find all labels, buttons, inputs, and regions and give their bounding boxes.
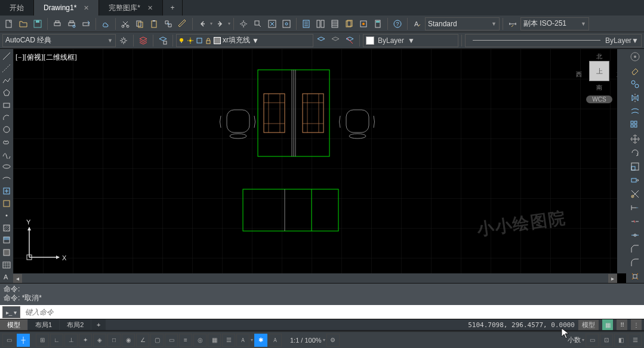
extend-icon[interactable] [628, 201, 642, 214]
rectangle-icon[interactable] [1, 99, 13, 111]
tab-start[interactable]: 开始 [0, 0, 34, 16]
dimstyle-combo[interactable]: 副本 ISO-251▼ [520, 17, 589, 30]
copy-obj-icon[interactable] [628, 78, 642, 91]
region-icon[interactable] [1, 247, 13, 258]
markup-icon[interactable] [357, 17, 370, 30]
pan-icon[interactable] [237, 17, 250, 30]
cube-face[interactable]: 上 [589, 61, 609, 81]
revcloud-icon[interactable] [1, 136, 13, 148]
close-icon[interactable]: ✕ [147, 4, 153, 12]
zoom-window-icon[interactable] [251, 17, 264, 30]
scale-display[interactable]: 1:1 / 100% [290, 337, 322, 344]
layer-iso-icon[interactable] [315, 34, 328, 47]
otrack-icon[interactable]: ∠ [136, 334, 149, 347]
textstyle-icon[interactable]: A [411, 17, 424, 30]
stretch-icon[interactable] [628, 174, 642, 187]
array-icon[interactable] [628, 119, 642, 132]
help-icon[interactable]: ? [391, 17, 404, 30]
workspace-combo[interactable]: AutoCAD 经典▼ [2, 34, 116, 47]
layer-off-icon[interactable] [329, 34, 342, 47]
scale-icon[interactable] [628, 160, 642, 173]
unit-display[interactable]: 小数 [568, 335, 581, 344]
zoom-extents-icon[interactable] [266, 17, 279, 30]
polar-icon[interactable]: ✦ [79, 334, 92, 347]
overflow-icon[interactable]: ⋮ [631, 319, 642, 330]
layer-manager-icon[interactable] [137, 34, 150, 47]
view-cube[interactable]: 北 西 东 上 南 WCS [578, 53, 620, 106]
model-paper-icon[interactable]: ▭ [2, 334, 16, 347]
block-icon[interactable] [1, 198, 13, 210]
spline-icon[interactable] [1, 149, 13, 161]
design-center-icon[interactable] [314, 17, 327, 30]
clean-icon[interactable]: ▭ [586, 334, 599, 347]
calc-icon[interactable] [371, 17, 384, 30]
layer-states-icon[interactable] [156, 34, 170, 47]
osnap-icon[interactable]: □ [107, 334, 121, 347]
properties-icon[interactable] [300, 17, 313, 30]
join-icon[interactable] [628, 229, 642, 242]
iso-icon[interactable]: ◈ [93, 334, 106, 347]
tab-layout2[interactable]: 布局2 [60, 319, 91, 330]
custom-icon[interactable]: ☰ [628, 334, 642, 347]
scroll-left-icon[interactable]: ◂ [13, 274, 22, 283]
iso-view-icon[interactable]: ◧ [614, 334, 627, 347]
brush-icon[interactable] [176, 17, 189, 30]
nav-bar-icon[interactable] [628, 50, 642, 63]
match-icon[interactable] [162, 17, 175, 30]
redo-icon[interactable] [214, 17, 227, 30]
table-icon[interactable] [1, 259, 13, 271]
tool-palette-icon[interactable] [328, 17, 341, 30]
ellipse-icon[interactable] [1, 161, 13, 173]
pline-icon[interactable] [1, 75, 13, 87]
new-icon[interactable] [2, 17, 16, 30]
break-icon[interactable] [628, 215, 642, 228]
ellipse-arc-icon[interactable] [1, 173, 13, 185]
command-input[interactable] [23, 308, 644, 316]
rotate-icon[interactable] [628, 146, 642, 159]
mirror-icon[interactable] [628, 91, 642, 104]
anno-icon[interactable]: Ａ [236, 334, 249, 347]
color-combo[interactable]: ByLayer▼ [363, 34, 458, 47]
snap-icon[interactable]: ⊞ [36, 334, 49, 347]
print-preview-icon[interactable] [65, 17, 78, 30]
menu-icon[interactable]: ⠿ [617, 319, 627, 330]
polygon-icon[interactable] [1, 87, 13, 99]
drawing-canvas[interactable]: [−][俯视][二维线框] [13, 49, 626, 283]
sc-icon[interactable]: ☰ [222, 334, 235, 347]
cut-icon[interactable] [119, 17, 132, 30]
print-icon[interactable] [51, 17, 64, 30]
circle-icon[interactable] [1, 124, 13, 135]
tab-add-layout[interactable]: + [91, 319, 106, 330]
hw-icon[interactable]: ⊡ [600, 334, 613, 347]
command-prompt-icon[interactable]: ▸_ ▾ [2, 306, 20, 318]
save-icon[interactable] [31, 17, 44, 30]
horizontal-scrollbar[interactable]: ◂ ▸ [13, 273, 617, 283]
open-icon[interactable] [17, 17, 30, 30]
chamfer-icon[interactable] [628, 242, 642, 255]
mtext-icon[interactable]: A [1, 271, 13, 283]
tab-add[interactable]: + [163, 0, 183, 16]
copy-icon[interactable] [133, 17, 146, 30]
zoom-prev-icon[interactable] [280, 17, 293, 30]
tab-layout1[interactable]: 布局1 [28, 319, 59, 330]
hatch-icon[interactable] [1, 222, 13, 234]
move-icon[interactable] [628, 133, 642, 146]
publish-icon[interactable] [79, 17, 93, 30]
qp-icon[interactable]: ▦ [208, 334, 221, 347]
erase-icon[interactable] [628, 64, 642, 77]
insert-icon[interactable] [1, 185, 13, 197]
gradient-icon[interactable] [1, 235, 13, 247]
tpy-icon[interactable]: ◎ [193, 334, 207, 347]
anno-auto-icon[interactable]: Ａ [269, 334, 282, 347]
wcs-badge[interactable]: WCS [586, 96, 612, 103]
xline-icon[interactable] [1, 63, 13, 75]
explode-icon[interactable] [628, 270, 642, 283]
ducs-icon[interactable]: ▢ [150, 334, 164, 347]
grid-toggle-icon[interactable]: ▦ [602, 319, 613, 330]
trim-icon[interactable] [628, 187, 642, 201]
undo-icon[interactable] [196, 17, 209, 30]
layer-combo[interactable]: xr填充线 ▼ [176, 34, 313, 47]
tab-model[interactable]: 模型 [0, 319, 27, 330]
arc-icon[interactable] [1, 112, 13, 124]
line-icon[interactable] [1, 50, 13, 62]
